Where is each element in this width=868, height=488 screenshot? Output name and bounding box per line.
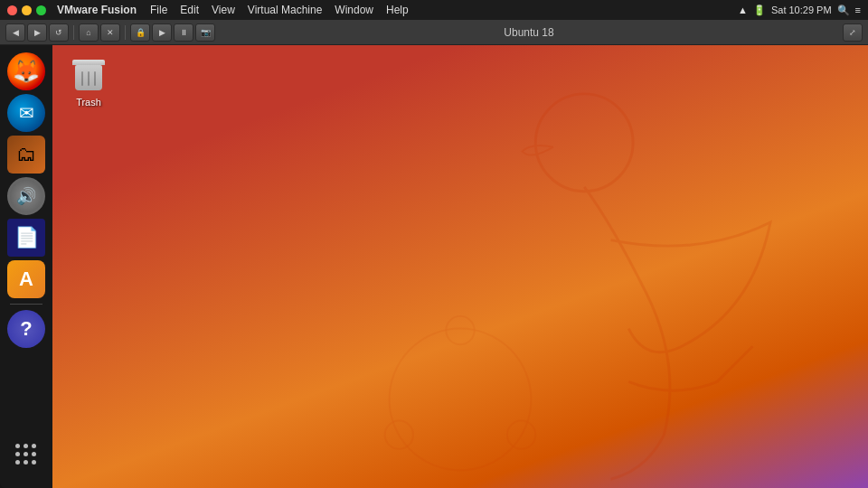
dot-3 bbox=[32, 444, 36, 448]
desktop-background-art bbox=[52, 45, 868, 488]
launcher-help[interactable] bbox=[7, 310, 45, 348]
trash-can-graphic bbox=[74, 60, 103, 92]
menu-extras-icon[interactable]: ≡ bbox=[855, 5, 861, 15]
show-applications-button[interactable] bbox=[7, 436, 45, 474]
menu-items: File Edit View Virtual Machine Window He… bbox=[144, 4, 415, 16]
dot-9 bbox=[32, 460, 36, 465]
launcher-apps-grid bbox=[7, 436, 45, 481]
toolbar-btn-7[interactable]: ▶ bbox=[152, 23, 172, 42]
dot-1 bbox=[15, 444, 20, 448]
datetime: Sat 10:29 PM bbox=[771, 5, 832, 15]
toolbar-btn-2[interactable]: ▶ bbox=[27, 23, 47, 42]
vm-title: Ubuntu 18 bbox=[217, 26, 841, 39]
maximize-button[interactable] bbox=[36, 5, 46, 15]
app-name: VMware Fusion bbox=[57, 4, 137, 16]
svg-point-2 bbox=[446, 316, 474, 344]
trash-body bbox=[75, 65, 102, 90]
toolbar-btn-8[interactable]: ⏸ bbox=[174, 23, 193, 42]
vm-content: Trash bbox=[0, 45, 868, 488]
dot-2 bbox=[24, 444, 28, 448]
dot-8 bbox=[24, 460, 28, 465]
menu-file[interactable]: File bbox=[144, 4, 174, 16]
ubuntu-desktop[interactable]: Trash bbox=[52, 45, 868, 488]
toolbar-btn-9[interactable]: 📷 bbox=[195, 23, 215, 42]
toolbar-fullscreen[interactable]: ⤢ bbox=[843, 23, 863, 42]
dot-6 bbox=[32, 452, 36, 456]
desktop-icons: Trash bbox=[61, 54, 116, 111]
close-button[interactable] bbox=[7, 5, 17, 15]
launcher-appcenter[interactable] bbox=[7, 260, 45, 298]
battery-icon: 🔋 bbox=[753, 5, 766, 16]
toolbar-separator-2 bbox=[125, 25, 126, 40]
traffic-lights bbox=[7, 5, 46, 15]
toolbar-btn-4[interactable]: ⌂ bbox=[79, 23, 99, 42]
toolbar-separator-1 bbox=[73, 25, 74, 40]
search-icon[interactable]: 🔍 bbox=[837, 5, 850, 16]
menu-help[interactable]: Help bbox=[380, 4, 415, 16]
apps-grid-dots bbox=[15, 444, 37, 465]
menu-view[interactable]: View bbox=[205, 4, 241, 16]
vm-title-text: Ubuntu 18 bbox=[504, 26, 553, 39]
launcher-firefox[interactable] bbox=[7, 52, 45, 90]
menu-virtualmachine[interactable]: Virtual Machine bbox=[241, 4, 329, 16]
launcher-separator bbox=[10, 304, 42, 305]
toolbar-btn-1[interactable]: ◀ bbox=[5, 23, 25, 42]
wifi-icon: ▲ bbox=[738, 5, 748, 15]
dot-4 bbox=[15, 452, 20, 456]
launcher-thunderbird[interactable] bbox=[7, 94, 45, 132]
launcher-writer[interactable] bbox=[7, 219, 45, 257]
trash-icon-image bbox=[71, 58, 107, 94]
vm-toolbar: ◀ ▶ ↺ ⌂ ✕ 🔒 ▶ ⏸ 📷 Ubuntu 18 ⤢ bbox=[0, 20, 868, 45]
trash-line-2 bbox=[88, 71, 90, 86]
toolbar-btn-3[interactable]: ↺ bbox=[49, 23, 69, 42]
svg-point-1 bbox=[390, 329, 532, 471]
trash-desktop-icon[interactable]: Trash bbox=[61, 54, 116, 111]
menu-edit[interactable]: Edit bbox=[174, 4, 205, 16]
toolbar-btn-5[interactable]: ✕ bbox=[100, 23, 120, 42]
launcher-files[interactable] bbox=[7, 136, 45, 174]
ubuntu-launcher bbox=[0, 45, 52, 488]
status-bar-right: ▲ 🔋 Sat 10:29 PM 🔍 ≡ bbox=[738, 5, 861, 16]
trash-line-1 bbox=[81, 71, 83, 86]
menu-window[interactable]: Window bbox=[328, 4, 380, 16]
minimize-button[interactable] bbox=[22, 5, 32, 15]
dot-5 bbox=[24, 452, 28, 456]
mac-frame: VMware Fusion File Edit View Virtual Mac… bbox=[0, 0, 868, 488]
toolbar-btn-6[interactable]: 🔒 bbox=[130, 23, 150, 42]
launcher-audio[interactable] bbox=[7, 177, 45, 215]
mac-menubar: VMware Fusion File Edit View Virtual Mac… bbox=[0, 0, 868, 20]
trash-label: Trash bbox=[76, 97, 101, 108]
trash-line-3 bbox=[94, 71, 96, 86]
svg-point-0 bbox=[535, 94, 633, 192]
dot-7 bbox=[15, 460, 20, 465]
